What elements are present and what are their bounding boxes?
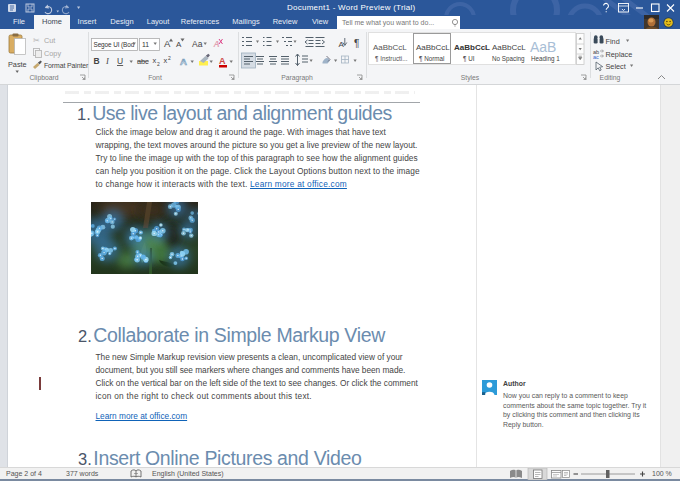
svg-text:I: I [105, 56, 110, 66]
svg-text:Paste: Paste [8, 60, 27, 69]
svg-text:¶ Normal: ¶ Normal [419, 55, 444, 62]
svg-text:✂: ✂ [33, 36, 40, 45]
svg-text:Aa: Aa [192, 39, 203, 49]
svg-text:¶ Instructi...: ¶ Instructi... [375, 55, 408, 62]
svg-text:A: A [219, 56, 226, 66]
svg-text:x: x [153, 56, 157, 65]
svg-text:x: x [164, 56, 168, 65]
svg-text:U: U [117, 56, 123, 66]
svg-text:Replace: Replace [606, 50, 633, 59]
svg-text:Format Painter: Format Painter [44, 62, 89, 69]
svg-text:Segoe UI (Bod: Segoe UI (Bod [94, 41, 135, 49]
svg-text:A: A [213, 39, 220, 49]
svg-text:Cut: Cut [44, 36, 55, 45]
svg-text:AaB: AaB [530, 39, 556, 55]
svg-text:Select: Select [606, 62, 626, 71]
svg-text:¶: ¶ [354, 38, 359, 49]
svg-text:¶ UI: ¶ UI [463, 55, 475, 62]
svg-text:Copy: Copy [44, 49, 61, 58]
svg-text:A: A [176, 40, 182, 49]
svg-text:AaBbCcL: AaBbCcL [454, 43, 490, 52]
svg-text:2: 2 [157, 61, 160, 67]
svg-text:11: 11 [142, 41, 149, 48]
svg-text:AaBbCcL: AaBbCcL [373, 43, 407, 52]
svg-text:abc: abc [137, 57, 149, 66]
svg-text:A: A [180, 56, 187, 67]
svg-text:2: 2 [168, 55, 171, 61]
svg-text:B: B [94, 56, 100, 66]
svg-text:AaBbCcL: AaBbCcL [416, 43, 450, 52]
svg-text:No Spacing: No Spacing [492, 55, 525, 63]
svg-text:Heading 1: Heading 1 [531, 55, 560, 63]
svg-text:Find: Find [606, 37, 620, 46]
svg-text:AaBbCcL: AaBbCcL [492, 43, 526, 52]
svg-text:A: A [164, 38, 171, 49]
svg-text:ac: ac [593, 54, 599, 60]
